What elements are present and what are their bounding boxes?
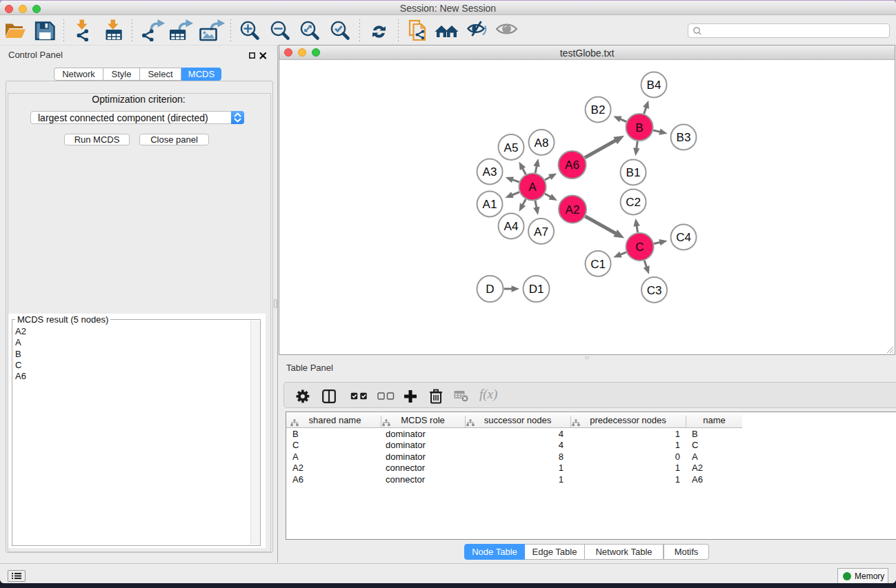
- svg-text:D1: D1: [529, 283, 544, 296]
- svg-text:B3: B3: [677, 131, 691, 144]
- svg-text:A8: A8: [535, 136, 549, 150]
- svg-text:C1: C1: [590, 258, 606, 271]
- svg-text:D: D: [486, 283, 494, 296]
- svg-text:A4: A4: [504, 220, 519, 233]
- svg-text:A: A: [528, 181, 537, 194]
- svg-text:A7: A7: [534, 225, 548, 239]
- svg-text:C4: C4: [676, 231, 691, 244]
- svg-text:A2: A2: [566, 203, 580, 216]
- svg-text:C2: C2: [626, 196, 641, 209]
- svg-text:C3: C3: [647, 284, 662, 297]
- svg-text:B2: B2: [591, 103, 606, 116]
- svg-text:B1: B1: [626, 166, 641, 179]
- svg-text:C: C: [635, 241, 644, 254]
- svg-text:B4: B4: [647, 79, 661, 92]
- svg-text:A1: A1: [483, 198, 497, 211]
- svg-text:B: B: [635, 121, 643, 134]
- svg-text:A3: A3: [483, 165, 497, 179]
- svg-text:A6: A6: [565, 159, 579, 172]
- svg-text:A5: A5: [504, 141, 519, 154]
